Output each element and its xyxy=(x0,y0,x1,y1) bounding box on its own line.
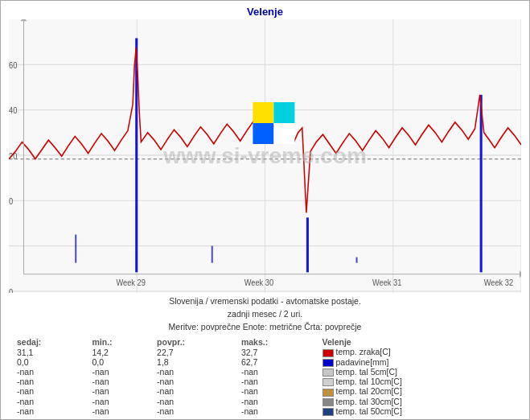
legend-cell-3-1: -nan xyxy=(88,377,154,386)
legend-cell-4-1: -nan xyxy=(88,386,154,396)
legend-cell-3-2: -nan xyxy=(154,377,238,386)
legend-swatch-1 xyxy=(323,359,334,367)
legend-cell-2-2: -nan xyxy=(154,367,238,377)
legend-data-row: -nan-nan-nan-nantemp. tal 10cm[C] xyxy=(14,377,529,386)
chart-area: www.si-vreme.com 60 40 20 xyxy=(9,19,521,293)
legend-data-row: 31,114,222,732,7temp. zraka[C] xyxy=(14,347,529,356)
legend-cell-2-1: -nan xyxy=(88,367,154,377)
legend-label-5: temp. tal 30cm[C] xyxy=(319,397,529,406)
legend-data-row: 0,00,01,862,7padavine[mm] xyxy=(14,357,529,367)
main-container: Velenje www.si-vreme.com 60 40 xyxy=(0,0,530,420)
legend-cell-4-0: -nan xyxy=(14,386,88,396)
legend-cell-4-3: -nan xyxy=(238,386,319,396)
legend-cell-0-2: 22,7 xyxy=(154,347,238,356)
chart-title: Velenje xyxy=(1,1,529,19)
svg-text:40: 40 xyxy=(9,106,18,116)
legend-label-4: temp. tal 20cm[C] xyxy=(319,386,529,396)
legend-cell-3-3: -nan xyxy=(238,377,319,386)
svg-rect-22 xyxy=(306,217,309,272)
legend-data-row: -nan-nan-nan-nantemp. tal 30cm[C] xyxy=(14,397,529,406)
subtitle1: Slovenija / vremenski podatki - avtomats… xyxy=(1,295,529,308)
legend-label-3: temp. tal 10cm[C] xyxy=(319,377,529,386)
legend-swatch-5 xyxy=(323,398,334,406)
svg-text:0: 0 xyxy=(9,287,14,293)
legend-header-row: sedaj:min.:povpr.:maks.:Velenje xyxy=(14,337,529,347)
legend-cell-1-0: 0,0 xyxy=(14,357,88,367)
legend-cell-6-1: -nan xyxy=(88,406,154,416)
legend-cell-2-0: -nan xyxy=(14,367,88,377)
legend-cell-5-2: -nan xyxy=(154,397,238,406)
legend-cell-6-3: -nan xyxy=(238,406,319,416)
legend-cell-1-3: 62,7 xyxy=(238,357,319,367)
legend-cell-1-1: 0,0 xyxy=(88,357,154,367)
legend-area: sedaj:min.:povpr.:maks.:Velenje31,114,22… xyxy=(1,336,529,419)
legend-swatch-4 xyxy=(323,389,334,397)
legend-table: sedaj:min.:povpr.:maks.:Velenje31,114,22… xyxy=(14,337,529,416)
bottom-text: Slovenija / vremenski podatki - avtomats… xyxy=(1,293,529,336)
legend-data-row: -nan-nan-nan-nantemp. tal 50cm[C] xyxy=(14,406,529,416)
subtitle2: zadnji mesec / 2 uri. xyxy=(1,308,529,321)
legend-cell-1-2: 1,8 xyxy=(154,357,238,367)
legend-cell-0-1: 14,2 xyxy=(88,347,154,356)
legend-label-2: temp. tal 5cm[C] xyxy=(319,367,529,377)
legend-cell-5-0: -nan xyxy=(14,397,88,406)
legend-label-0: temp. zraka[C] xyxy=(319,347,529,356)
svg-text:Week 29: Week 29 xyxy=(117,278,146,287)
legend-cell-0-0: 31,1 xyxy=(14,347,88,356)
legend-swatch-3 xyxy=(323,378,334,386)
legend-header-4: Velenje xyxy=(319,337,529,347)
legend-data-row: -nan-nan-nan-nantemp. tal 5cm[C] xyxy=(14,367,529,377)
legend-swatch-2 xyxy=(323,369,334,377)
legend-cell-6-2: -nan xyxy=(154,406,238,416)
svg-text:60: 60 xyxy=(9,60,18,70)
legend-cell-4-2: -nan xyxy=(154,386,238,396)
legend-header-2: povpr.: xyxy=(154,337,238,347)
legend-header-3: maks.: xyxy=(238,337,319,347)
legend-cell-5-3: -nan xyxy=(238,397,319,406)
legend-label-6: temp. tal 50cm[C] xyxy=(319,406,529,416)
legend-header-0: sedaj: xyxy=(14,337,88,347)
legend-cell-0-3: 32,7 xyxy=(238,347,319,356)
svg-rect-26 xyxy=(356,257,358,263)
legend-swatch-6 xyxy=(323,408,334,416)
chart-svg: 60 40 20 0 0 Week 29 Week 30 Week 31 Wee… xyxy=(9,19,521,293)
legend-swatch-0 xyxy=(323,349,334,357)
subtitle3: Meritve: povprečne Enote: metrične Črta:… xyxy=(1,321,529,334)
legend-data-row: -nan-nan-nan-nantemp. tal 20cm[C] xyxy=(14,386,529,396)
svg-rect-25 xyxy=(212,246,213,263)
svg-rect-23 xyxy=(480,95,483,273)
legend-label-1: padavine[mm] xyxy=(319,357,529,367)
legend-cell-2-3: -nan xyxy=(238,367,319,377)
svg-text:Week 30: Week 30 xyxy=(244,278,274,287)
svg-text:Week 31: Week 31 xyxy=(372,278,402,287)
svg-rect-24 xyxy=(75,234,76,262)
svg-text:Week 32: Week 32 xyxy=(484,278,514,287)
legend-header-1: min.: xyxy=(88,337,154,347)
svg-text:0: 0 xyxy=(9,196,14,206)
legend-cell-6-0: -nan xyxy=(14,406,88,416)
legend-cell-5-1: -nan xyxy=(88,397,154,406)
legend-cell-3-0: -nan xyxy=(14,377,88,386)
